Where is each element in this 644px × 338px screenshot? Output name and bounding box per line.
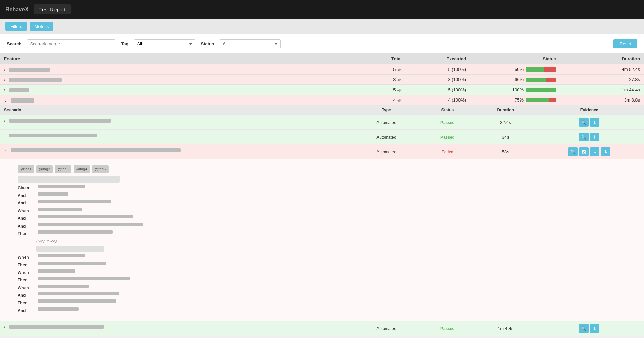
feature-expand-btn[interactable]: ›: [4, 88, 5, 92]
step-text: [38, 307, 79, 311]
th-duration: Duration: [560, 53, 644, 64]
scenario-expand-btn[interactable]: ›: [4, 324, 5, 329]
th-feature: Feature: [0, 53, 354, 64]
step-line: When: [18, 208, 634, 214]
evidence-image-btn[interactable]: 🖼: [579, 147, 589, 156]
scenario-detail: @tag1@tag2@tag3@tag4@tag5 Given And: [12, 162, 640, 318]
step-line: When: [18, 269, 634, 276]
step-tag: @tag3: [55, 165, 71, 173]
step-line: And: [18, 307, 634, 314]
feature-total: 5 ◀×: [354, 64, 406, 75]
feature-expand-btn[interactable]: ∨: [4, 98, 7, 103]
table-header-row: Feature Total Executed Status Duration: [0, 53, 644, 64]
step-keyword: And: [18, 192, 36, 199]
step-text: [38, 215, 133, 218]
tag-label: Tag: [121, 41, 128, 46]
feature-executed: 5 (100%): [406, 85, 470, 95]
feature-status: 100%: [470, 85, 560, 95]
reset-button[interactable]: Reset: [613, 39, 637, 48]
scenario-expand-btn[interactable]: ›: [4, 133, 5, 138]
brand-logo: BehaveX: [5, 6, 31, 13]
feature-duration: 1m 44.4s: [560, 85, 644, 95]
evidence-search-btn[interactable]: 🔍: [579, 324, 589, 333]
th-scenario-status: Status: [419, 105, 477, 115]
step-keyword: Then: [18, 277, 36, 283]
step-text: [38, 200, 111, 203]
step-line: Then: [18, 230, 634, 237]
step-line: And: [18, 200, 634, 206]
step-text: [38, 185, 85, 188]
scenario-row[interactable]: ∨ Automated Failed 58s 🔍 🖼 ≡ ⬇: [0, 144, 644, 159]
scenario-header-row: Scenario Type Status Duration Evidence: [0, 105, 644, 115]
filter-bar: Search Tag All Status All Reset: [0, 34, 644, 53]
scenario-expand-btn[interactable]: ∨: [4, 148, 7, 152]
feature-row[interactable]: ∨ 4 ◀× 4 (100%) 75% 3m 8.8s: [0, 95, 644, 105]
step-keyword: When: [18, 208, 36, 214]
step-tag: @tag5: [92, 165, 109, 173]
scenario-status: Passed: [440, 135, 455, 140]
step-text: [38, 269, 75, 273]
scenario-row[interactable]: › Automated Passed 34s 🔍 ⬇: [0, 130, 644, 144]
scenario-duration: 58s: [477, 144, 534, 159]
status-select[interactable]: All: [220, 39, 281, 48]
page-title: Test Report: [34, 4, 71, 14]
feature-executed: 3 (100%): [406, 75, 470, 85]
feature-duration: 3m 8.8s: [560, 95, 644, 105]
tags-bar: @tag1@tag2@tag3@tag4@tag5: [18, 165, 634, 173]
feature-expand-btn[interactable]: ›: [4, 77, 5, 82]
step-keyword: When: [18, 285, 36, 291]
step-keyword: Then: [18, 230, 36, 237]
step-keyword: And: [18, 307, 36, 314]
step-text: [38, 192, 68, 196]
step-text: [38, 299, 116, 303]
step-line: Then: [18, 262, 634, 268]
feature-row[interactable]: › 5 ◀× 5 (100%) 60% 4m 52.4s: [0, 64, 644, 75]
evidence-download-btn[interactable]: ⬇: [590, 324, 599, 333]
th-status: Status: [470, 53, 560, 64]
feature-name: [9, 88, 29, 92]
step-line: When: [18, 285, 634, 291]
evidence-download-btn[interactable]: ⬇: [590, 118, 599, 127]
evidence-list-btn[interactable]: ≡: [590, 147, 599, 156]
scenario-type: Automated: [376, 135, 396, 140]
feature-total: 4 ◀×: [354, 95, 406, 105]
evidence-buttons: 🔍 ⬇: [538, 324, 640, 333]
feature-name: [9, 68, 50, 72]
step-keyword: And: [18, 215, 36, 222]
feature-row[interactable]: › 5 ◀× 5 (100%) 100% 1m 44.4s: [0, 85, 644, 95]
step-input: [18, 176, 120, 183]
scenario-type: Automated: [376, 326, 396, 331]
scenario-name: [9, 134, 97, 137]
scenario-expand-btn[interactable]: ›: [4, 118, 5, 123]
evidence-search-btn[interactable]: 🔍: [568, 147, 578, 156]
step-text: [38, 292, 119, 295]
search-input[interactable]: [27, 39, 115, 48]
scenario-duration: 34s: [477, 130, 534, 144]
tag-select[interactable]: All: [134, 39, 195, 48]
step-keyword: And: [18, 292, 36, 299]
step-line: When: [18, 254, 634, 261]
feature-expand-btn[interactable]: ›: [4, 67, 5, 72]
scenario-status: Passed: [440, 326, 455, 331]
toolbar: Filters Metrics: [0, 19, 644, 34]
scenario-duration: 32.4s: [477, 115, 534, 130]
scenario-name: [9, 119, 111, 123]
step-keyword: When: [18, 254, 36, 261]
evidence-buttons: 🔍 ⬇: [538, 118, 640, 127]
step-text: [38, 230, 113, 234]
evidence-download-btn[interactable]: ⬇: [590, 133, 599, 141]
metrics-button[interactable]: Metrics: [30, 22, 53, 31]
feature-row[interactable]: › 3 ◀× 3 (100%) 66% 27.8s: [0, 75, 644, 85]
scenario-row[interactable]: › Automated Passed 32.4s 🔍 ⬇: [0, 115, 644, 130]
step-line: And: [18, 215, 634, 222]
evidence-download-btn[interactable]: ⬇: [601, 147, 610, 156]
filters-button[interactable]: Filters: [5, 22, 27, 31]
evidence-search-btn[interactable]: 🔍: [579, 133, 589, 141]
scenario-duration: 1m 4.4s: [477, 321, 534, 336]
feature-duration: 4m 52.4s: [560, 64, 644, 75]
step-tag: @tag1: [18, 165, 34, 173]
evidence-search-btn[interactable]: 🔍: [579, 118, 589, 127]
scenario-row[interactable]: › Automated Passed 1m 4.4s 🔍 ⬇: [0, 321, 644, 336]
step-text: [38, 277, 130, 280]
feature-name: [9, 78, 62, 82]
